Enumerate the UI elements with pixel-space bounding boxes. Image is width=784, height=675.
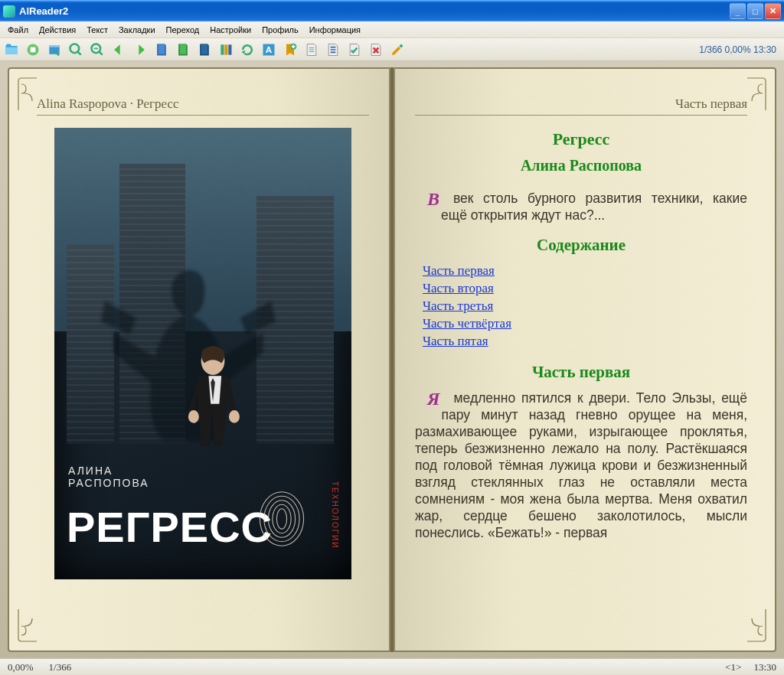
chapter-text: медленно пятился к двери. Тело Эльзы, ещ… [415,390,747,540]
ornament-icon [14,73,40,113]
menu-text[interactable]: Текст [81,23,113,37]
table-of-contents: Часть первая Часть вторая Часть третья Ч… [415,262,747,351]
ornament-icon [744,606,770,646]
status-battery: <1> [725,661,741,673]
left-page-header: Alina Raspopova · Регресс [37,80,369,116]
page-delete-icon[interactable] [368,41,384,58]
book-author: Алина Распопова [415,157,747,174]
page-list-icon[interactable] [325,41,341,58]
chapter-paragraph: Я медленно пятился к двери. Тело Эльзы, … [415,390,747,541]
menu-info[interactable]: Информация [304,23,366,37]
app-icon [3,5,15,18]
window-title: AlReader2 [19,5,730,17]
menu-settings[interactable]: Настройки [204,23,256,37]
status-clock: 13:30 [753,661,776,673]
zoom-in-icon[interactable] [67,41,84,58]
status-percent: 0,00% [8,661,34,673]
back-icon[interactable] [110,41,127,58]
toc-link[interactable]: Часть четвёртая [423,315,747,333]
status-pages: 1/366 [49,661,72,673]
edit-icon[interactable] [389,41,406,58]
svg-point-7 [188,410,199,423]
close-button[interactable]: ✕ [765,3,781,19]
menu-goto[interactable]: Переход [161,23,205,37]
cover-title: РЕГРЕСС [67,502,273,552]
toc-link[interactable]: Часть пятая [423,333,747,351]
menu-file[interactable]: Файл [2,23,34,37]
intro-text: век столь бурного развития техники, каки… [441,191,747,223]
svg-point-8 [229,410,240,423]
minimize-button[interactable]: _ [730,3,746,19]
window-controls: _ □ ✕ [730,3,781,19]
status-bar: 0,00% 1/366 <1> 13:30 [0,658,784,675]
books-icon[interactable] [217,41,234,58]
book-blue-icon[interactable] [153,41,170,58]
window-titlebar: AlReader2 _ □ ✕ [0,0,784,21]
page-check-icon[interactable] [346,41,363,58]
svg-point-13 [276,509,286,529]
menu-bar: Файл Действия Текст Закладки Переход Нас… [0,21,784,38]
menu-profile[interactable]: Профиль [256,23,304,37]
rotate-icon[interactable] [239,41,256,58]
recent-icon[interactable] [46,41,63,58]
svg-text:A: A [266,44,273,54]
bookmark-add-icon[interactable] [282,41,299,58]
svg-point-1 [70,44,80,53]
forward-icon[interactable] [132,41,149,58]
fingerprint-icon [256,489,307,549]
intro-paragraph: В век столь бурного развития техники, ка… [415,190,747,223]
toc-heading: Содержание [415,236,747,255]
left-page: Alina Raspopova · Регресс АЛИНА РАСПОПОВ [8,67,389,652]
zoom-out-icon[interactable] [89,41,106,58]
cover-side-text: ТЕХНОЛОГИИ [331,481,339,549]
svg-point-10 [264,496,299,541]
page-icon[interactable] [303,41,320,58]
drop-cap: Я [415,390,440,408]
open-file-icon[interactable] [3,41,20,58]
book-cover: АЛИНА РАСПОПОВА РЕГРЕСС ТЕХНОЛОГИИ [54,128,351,579]
ornament-icon [744,73,770,113]
book-title: Регресс [415,129,747,149]
reading-area[interactable]: Alina Raspopova · Регресс АЛИНА РАСПОПОВ [0,61,784,658]
library-icon[interactable] [24,41,41,58]
cover-author: АЛИНА РАСПОПОВА [68,465,149,489]
toolbar: A 1/366 0,00% 13:30 [0,38,784,61]
book-spine [389,67,395,652]
ornament-icon [14,606,40,646]
drop-cap: В [415,190,439,208]
toc-link[interactable]: Часть вторая [423,280,747,298]
menu-actions[interactable]: Действия [34,23,81,37]
book-dark-icon[interactable] [196,41,213,58]
toc-link[interactable]: Часть третья [423,298,747,315]
chapter-heading: Часть первая [415,363,747,382]
menu-bookmarks[interactable]: Закладки [113,23,161,37]
toc-link[interactable]: Часть первая [423,262,747,280]
right-page: Часть первая Регресс Алина Распопова В в… [395,67,776,652]
maximize-button[interactable]: □ [747,3,763,19]
book-green-icon[interactable] [175,41,191,58]
right-page-header: Часть первая [415,80,747,116]
font-icon[interactable]: A [260,41,277,58]
toolbar-status: 1/366 0,00% 13:30 [699,44,781,55]
